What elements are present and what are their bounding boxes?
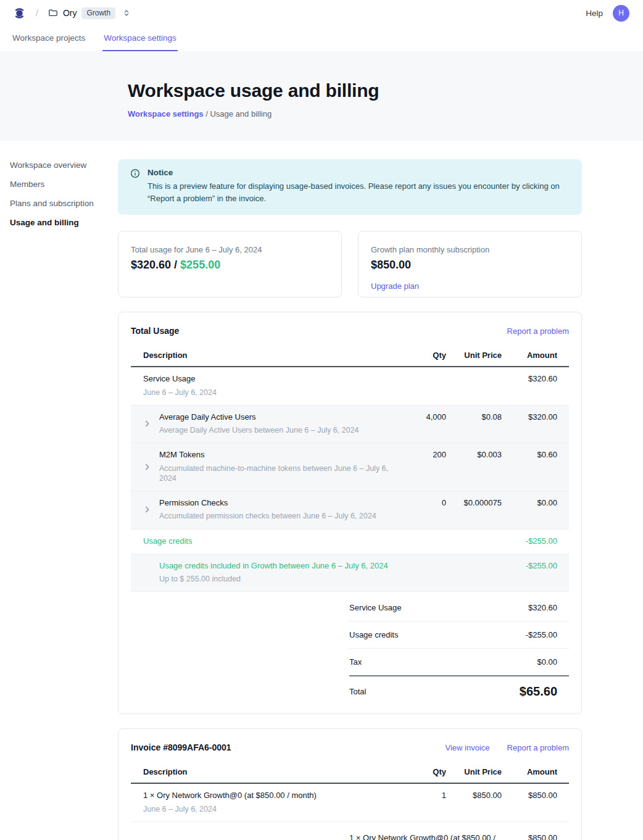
- help-link[interactable]: Help: [586, 9, 603, 18]
- workspace-name: Ory: [63, 8, 77, 18]
- summary-label: Tax: [349, 657, 362, 667]
- summary-row-tax: Tax $0.00: [349, 649, 569, 676]
- summary-row-service-usage: Service Usage $320.60: [349, 594, 569, 622]
- table-row-m2m-tokens[interactable]: M2M Tokens Accumulated machine-to-machin…: [131, 443, 569, 491]
- workspace-selector-icon: [123, 9, 130, 17]
- usage-report-problem-link[interactable]: Report a problem: [507, 326, 569, 336]
- row-amount: $320.60: [502, 374, 557, 397]
- row-title: Usage credits included in Growth between…: [159, 561, 388, 571]
- workspace-plan-badge: Growth: [81, 7, 115, 19]
- table-row-active-users[interactable]: Average Daily Active Users Average Daily…: [131, 405, 569, 444]
- row-title: Usage credits: [143, 536, 192, 546]
- row-subtitle: June 6 – July 6, 2024: [143, 388, 217, 397]
- subscription-value: $850.00: [371, 259, 569, 272]
- row-amount: $0.60: [502, 450, 557, 483]
- tab-workspace-settings[interactable]: Workspace settings: [102, 26, 178, 51]
- invoice-report-problem-link[interactable]: Report a problem: [507, 743, 569, 752]
- row-subtitle: Up to $ 255.00 included: [159, 574, 388, 584]
- column-description: Description: [131, 767, 397, 776]
- summary-label: Service Usage: [349, 603, 402, 612]
- workspace-picker[interactable]: Ory Growth: [48, 7, 130, 19]
- sidebar-item-members[interactable]: Members: [10, 180, 118, 189]
- usage-total-row: Total $65.60: [349, 676, 569, 701]
- upgrade-plan-link[interactable]: Upgrade plan: [371, 281, 419, 291]
- total-usage-panel: Total Usage Report a problem Description…: [118, 312, 582, 714]
- usage-summary: Service Usage $320.60 Usage credits -$25…: [349, 594, 569, 701]
- row-amount: $320.00: [502, 412, 557, 436]
- row-amount: -$255.00: [502, 561, 557, 584]
- sidebar-item-workspace-overview[interactable]: Workspace overview: [10, 160, 118, 170]
- total-usage-label: Total usage for June 6 – July 6, 2024: [131, 245, 329, 254]
- usage-table-header: Description Qty Unit Price Amount: [131, 347, 569, 367]
- notice-banner: Notice This is a preview feature for dis…: [118, 159, 582, 215]
- row-amount: -$255.00: [502, 536, 557, 546]
- column-unit-price: Unit Price: [446, 351, 502, 360]
- total-value: $65.60: [520, 684, 557, 699]
- column-amount: Amount: [502, 351, 557, 360]
- row-title: Service Usage: [143, 374, 217, 384]
- sidebar-item-plans-subscription[interactable]: Plans and subscription: [10, 199, 118, 208]
- row-title: 1 × Ory Network Growth@0 (at $850.00 / m…: [143, 791, 317, 800]
- column-qty: Qty: [397, 767, 446, 776]
- row-amount: $0.00: [502, 498, 557, 522]
- table-row-usage-credits: Usage credits -$255.00: [131, 530, 569, 554]
- row-qty: [397, 374, 446, 397]
- summary-value: $0.00: [537, 657, 557, 667]
- row-title: M2M Tokens: [159, 450, 397, 460]
- view-invoice-link[interactable]: View invoice: [446, 743, 490, 752]
- row-unit-price: $0.000075: [446, 498, 502, 522]
- chevron-right-icon[interactable]: [143, 450, 159, 483]
- page-title: Workspace usage and billing: [128, 80, 643, 101]
- row-subtitle: Average Daily Active Users between June …: [159, 425, 359, 435]
- usage-amount: $320.60: [131, 259, 171, 271]
- row-title: Permission Checks: [159, 498, 376, 508]
- row-qty: 4,000: [397, 412, 446, 436]
- user-avatar[interactable]: H: [613, 5, 629, 22]
- table-row-permission-checks[interactable]: Permission Checks Accumulated permission…: [131, 491, 569, 530]
- total-usage-card: Total usage for June 6 – July 6, 2024 $3…: [118, 231, 342, 297]
- invoice-panel: Invoice #8099AFA6-0001 View invoice Repo…: [118, 728, 582, 840]
- workspace-tabs: Workspace projects Workspace settings: [0, 26, 643, 51]
- row-amount: $850.00: [502, 791, 557, 814]
- breadcrumb-separator: /: [36, 8, 38, 18]
- column-description: Description: [131, 351, 397, 360]
- row-qty: 1: [397, 791, 446, 814]
- column-amount: Amount: [502, 767, 557, 776]
- usage-separator: /: [171, 259, 180, 271]
- row-unit-price: [446, 374, 502, 397]
- info-icon: [130, 168, 140, 205]
- top-bar: / Ory Growth Help H: [0, 0, 643, 26]
- breadcrumb-settings-link[interactable]: Workspace settings: [128, 109, 204, 119]
- column-qty: Qty: [397, 351, 446, 360]
- usage-credit-amount: $255.00: [180, 259, 220, 271]
- row-unit-price: $0.08: [446, 412, 502, 436]
- tab-workspace-projects[interactable]: Workspace projects: [11, 26, 86, 51]
- row-unit-price: $0.003: [446, 450, 502, 483]
- table-row-usage-credits-detail: Usage credits included in Growth between…: [131, 554, 569, 593]
- row-subtitle: June 6 – July 6, 2024: [143, 804, 317, 814]
- invoice-line-item-row: 1 × Ory Network Growth@0 (at $850.00 / m…: [131, 784, 569, 822]
- total-label: Total: [349, 687, 366, 696]
- summary-value: $320.60: [528, 603, 557, 612]
- ory-logo-icon[interactable]: [12, 6, 27, 20]
- folder-icon: [48, 8, 58, 18]
- sidebar-item-usage-billing[interactable]: Usage and billing: [10, 218, 118, 227]
- chevron-right-icon[interactable]: [143, 412, 159, 436]
- total-usage-value: $320.60 / $255.00: [131, 259, 329, 272]
- invoice-summary: 1 × Ory Network Growth@0 (at $850.00 / m…: [349, 825, 569, 840]
- breadcrumb-current: / Usage and billing: [204, 109, 272, 119]
- settings-sidebar: Workspace overview Members Plans and sub…: [0, 141, 118, 840]
- table-row-service-usage: Service Usage June 6 – July 6, 2024 $320…: [131, 367, 569, 405]
- subscription-label: Growth plan monthly subscription: [371, 245, 569, 254]
- notice-title: Notice: [147, 168, 570, 177]
- column-unit-price: Unit Price: [446, 767, 502, 776]
- breadcrumb: Workspace settings / Usage and billing: [128, 109, 643, 119]
- page-header: Workspace usage and billing Workspace se…: [0, 51, 643, 141]
- row-title: Average Daily Active Users: [159, 412, 359, 422]
- chevron-right-icon[interactable]: [143, 498, 159, 522]
- indent-spacer: [143, 561, 159, 584]
- usage-panel-title: Total Usage: [131, 326, 179, 336]
- subscription-card: Growth plan monthly subscription $850.00…: [358, 231, 582, 297]
- row-qty: 0: [397, 498, 446, 522]
- summary-row-line-item: 1 × Ory Network Growth@0 (at $850.00 / m…: [349, 825, 569, 840]
